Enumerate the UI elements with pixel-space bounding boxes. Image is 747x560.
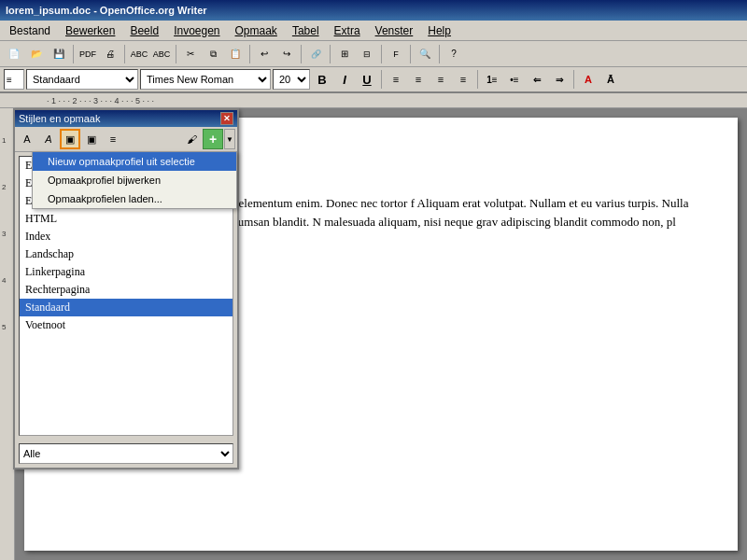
italic-btn[interactable]: I: [334, 69, 355, 90]
highlight-btn[interactable]: Ā: [600, 69, 621, 90]
menu-help[interactable]: Help: [422, 22, 457, 39]
ruler: · 1 · · · 2 · · · 3 · · · 4 · · · 5 · · …: [0, 93, 747, 108]
style-rechterpagina[interactable]: Rechterpagina: [20, 281, 233, 299]
sep7: [381, 45, 382, 63]
open-btn[interactable]: 📂: [26, 44, 47, 64]
bold-btn[interactable]: B: [312, 69, 332, 90]
title-bar: lorem_ipsum.doc - OpenOffice.org Writer: [0, 0, 747, 21]
sep1: [73, 45, 74, 63]
font-select[interactable]: Times New Roman: [140, 69, 271, 90]
style-index[interactable]: Index: [20, 228, 233, 245]
styles-list-btn[interactable]: ≡: [103, 129, 123, 149]
style-linkerpagina[interactable]: Linkerpagina: [20, 263, 233, 281]
sep-fmt3: [573, 70, 574, 89]
align-center-btn[interactable]: ≡: [408, 69, 429, 90]
cut-btn[interactable]: ✂: [180, 44, 201, 64]
sep6: [330, 45, 331, 63]
spell-btn[interactable]: ABC: [129, 44, 149, 64]
fill-format-btn[interactable]: 🖌: [181, 129, 202, 149]
print-btn[interactable]: 🖨: [100, 44, 120, 64]
main-area: 1 2 3 4 5 Hoofdstuk 1 Lorem ipsum dolor …: [0, 108, 747, 560]
table-btn[interactable]: ⊞: [334, 44, 355, 64]
sep4: [249, 45, 250, 63]
style-select[interactable]: Standaard: [26, 69, 138, 90]
menu-beeld[interactable]: Beeld: [124, 22, 164, 39]
zoom-btn[interactable]: 🔍: [415, 44, 435, 64]
table2-btn[interactable]: ⊟: [357, 44, 377, 64]
menu-extra[interactable]: Extra: [329, 22, 366, 39]
sep-fmt: [381, 70, 382, 89]
style-icon: ≡: [4, 69, 24, 90]
sep5: [301, 45, 302, 63]
menu-venster[interactable]: Venster: [370, 22, 419, 39]
style-standaard[interactable]: Standaard: [20, 299, 233, 316]
update-style-item[interactable]: Opmaakprofiel bijwerken: [33, 171, 236, 189]
styles-char-btn[interactable]: A: [38, 129, 59, 149]
format-toolbar: ≡ Standaard Times New Roman 20 B I U ≡ ≡…: [0, 67, 747, 93]
styles-footer: Alle: [15, 440, 237, 468]
styles-panel-title: Stijlen en opmaak: [19, 113, 100, 124]
size-select[interactable]: 20: [273, 69, 310, 90]
new-btn[interactable]: 📄: [4, 44, 24, 64]
menu-bestand[interactable]: Bestand: [4, 22, 56, 39]
style-landschap[interactable]: Landschap: [20, 245, 233, 263]
indent-btn[interactable]: ⇒: [549, 69, 570, 90]
menu-tabel[interactable]: Tabel: [287, 22, 325, 39]
styles-dropdown-menu: Nieuw opmaakprofiel uit selectie Opmaakp…: [32, 151, 237, 209]
outdent-btn[interactable]: ⇐: [527, 69, 547, 90]
spell2-btn[interactable]: ABC: [151, 44, 172, 64]
styles-panel: Stijlen en opmaak ✕ A A ▣ ▣ ≡ 🖌 + ▼ Nieu…: [13, 108, 239, 469]
underline-btn[interactable]: U: [357, 69, 377, 90]
redo-btn[interactable]: ↪: [276, 44, 297, 64]
toolbar-1: 📄 📂 💾 PDF 🖨 ABC ABC ✂ ⧉ 📋 ↩ ↪ 🔗 ⊞ ⊟ F 🔍 …: [0, 41, 747, 67]
hyperlink-btn[interactable]: 🔗: [305, 44, 326, 64]
styles-frame-btn[interactable]: ▣: [60, 129, 80, 149]
sep2: [124, 45, 125, 63]
new-from-selection-item[interactable]: Nieuw opmaakprofiel uit selectie: [33, 152, 236, 171]
num-list-btn[interactable]: 1≡: [482, 69, 502, 90]
menu-bewerken[interactable]: Bewerken: [60, 22, 120, 39]
undo-btn[interactable]: ↩: [254, 44, 275, 64]
align-justify-btn[interactable]: ≡: [453, 69, 473, 90]
styles-btn[interactable]: F: [386, 44, 406, 64]
styles-panel-toolbar: A A ▣ ▣ ≡ 🖌 + ▼ Nieuw opmaakprofiel uit …: [15, 127, 237, 152]
pdf-btn[interactable]: PDF: [78, 44, 98, 64]
save-btn[interactable]: 💾: [49, 44, 69, 64]
help-icon-btn[interactable]: ?: [444, 44, 464, 64]
style-html[interactable]: HTML: [20, 210, 233, 228]
menu-invoegen[interactable]: Invoegen: [168, 22, 225, 39]
load-styles-item[interactable]: Opmaakprofielen laden...: [33, 189, 236, 208]
menu-bar: Bestand Bewerken Beeld Invoegen Opmaak T…: [0, 21, 747, 41]
styles-page-btn[interactable]: ▣: [81, 129, 102, 149]
styles-filter-select[interactable]: Alle: [19, 443, 233, 464]
styles-dropdown-arrow-btn[interactable]: ▼: [224, 129, 235, 149]
sep9: [439, 45, 440, 63]
title-text: lorem_ipsum.doc - OpenOffice.org Writer: [6, 5, 207, 16]
new-style-btn[interactable]: +: [203, 129, 223, 149]
sep8: [410, 45, 411, 63]
copy-btn[interactable]: ⧉: [203, 44, 223, 64]
styles-panel-close-btn[interactable]: ✕: [220, 112, 233, 125]
font-color-btn[interactable]: A: [578, 69, 599, 90]
align-right-btn[interactable]: ≡: [430, 69, 451, 90]
sep-fmt2: [477, 70, 478, 89]
menu-opmaak[interactable]: Opmaak: [230, 22, 283, 39]
sep3: [176, 45, 176, 63]
bul-list-btn[interactable]: •≡: [504, 69, 525, 90]
paste-btn[interactable]: 📋: [225, 44, 246, 64]
styles-para-btn[interactable]: A: [17, 129, 37, 149]
styles-panel-titlebar: Stijlen en opmaak ✕: [15, 110, 237, 127]
style-voetnoot[interactable]: Voetnoot: [20, 316, 233, 334]
align-left-btn[interactable]: ≡: [386, 69, 406, 90]
